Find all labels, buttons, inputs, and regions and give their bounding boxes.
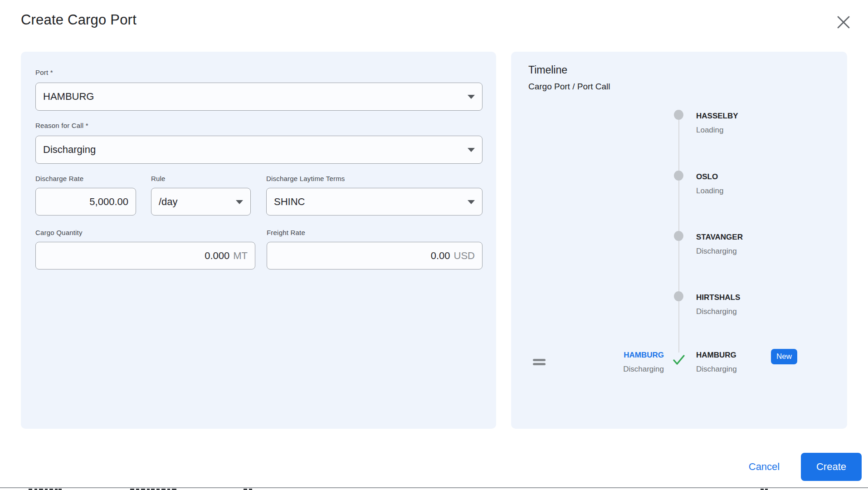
freight-rate-input[interactable]: 0.00 USD	[267, 242, 483, 270]
timeline-item-port: STAVANGER	[696, 230, 832, 244]
drag-handle-icon[interactable]	[533, 358, 546, 366]
timeline-item-status: Loading	[696, 184, 832, 198]
chevron-down-icon	[468, 200, 475, 204]
timeline-item: HIRTSHALS Discharging	[696, 290, 832, 318]
freight-rate-unit: USD	[454, 250, 475, 262]
timeline-dot	[674, 110, 683, 120]
discharge-laytime-terms-label: Discharge Laytime Terms	[266, 175, 345, 182]
close-icon	[837, 15, 850, 29]
cargo-quantity-value: 0.000	[205, 250, 229, 262]
timeline-dot	[674, 171, 683, 181]
timeline-item-port: HAMBURG	[696, 348, 832, 362]
rule-select[interactable]: /day	[151, 188, 251, 216]
reason-for-call-select[interactable]: Discharging	[35, 136, 483, 164]
timeline-item-status: Loading	[696, 123, 832, 137]
drag-preview-port: HAMBURG	[566, 348, 664, 362]
timeline-panel: Timeline Cargo Port / Port Call HASSELBY…	[511, 52, 847, 429]
close-button[interactable]	[834, 13, 853, 32]
timeline-item-new: HAMBURG Discharging	[696, 348, 832, 376]
drag-preview-status: Discharging	[566, 362, 664, 376]
cargo-quantity-label: Cargo Quantity	[35, 229, 83, 236]
port-label: Port *	[35, 69, 53, 76]
timeline-item-status: Discharging	[696, 304, 832, 318]
port-value: HAMBURG	[43, 91, 94, 103]
timeline-item-port: OSLO	[696, 170, 832, 184]
dialog-title: Create Cargo Port	[21, 12, 137, 28]
chevron-down-icon	[468, 95, 475, 99]
port-select[interactable]: HAMBURG	[35, 83, 483, 111]
timeline-drag-preview[interactable]: HAMBURG Discharging	[566, 348, 664, 376]
rule-value: /day	[159, 196, 178, 208]
chevron-down-icon	[236, 200, 243, 204]
reason-for-call-label: Reason for Call *	[35, 122, 88, 129]
discharge-rate-label: Discharge Rate	[35, 175, 83, 182]
new-badge: New	[771, 349, 797, 364]
timeline-dot	[674, 231, 683, 241]
cargo-port-form-panel: Port * HAMBURG Reason for Call * Dischar…	[21, 52, 496, 429]
discharge-rate-input[interactable]: 5,000.00	[35, 188, 136, 216]
discharge-rate-value: 5,000.00	[89, 196, 128, 208]
chevron-down-icon	[468, 148, 475, 152]
timeline-item-port: HIRTSHALS	[696, 290, 832, 304]
timeline-item-status: Discharging	[696, 244, 832, 258]
discharge-laytime-terms-value: SHINC	[274, 196, 305, 208]
discharge-laytime-terms-select[interactable]: SHINC	[266, 188, 483, 216]
cancel-button[interactable]: Cancel	[737, 454, 791, 480]
timeline-title: Timeline	[528, 64, 567, 76]
cargo-quantity-unit: MT	[233, 250, 248, 262]
timeline-item: HASSELBY Loading	[696, 109, 832, 137]
check-icon	[672, 353, 686, 367]
rule-label: Rule	[151, 175, 166, 182]
freight-rate-value: 0.00	[431, 250, 450, 262]
timeline-dot	[674, 291, 683, 301]
create-button[interactable]: Create	[801, 453, 862, 481]
timeline-item: STAVANGER Discharging	[696, 230, 832, 258]
freight-rate-label: Freight Rate	[267, 229, 305, 236]
cargo-quantity-input[interactable]: 0.000 MT	[35, 242, 255, 270]
timeline-item-port: HASSELBY	[696, 109, 832, 123]
timeline-subtitle: Cargo Port / Port Call	[528, 82, 610, 92]
timeline-item: OSLO Loading	[696, 170, 832, 198]
reason-for-call-value: Discharging	[43, 144, 96, 156]
timeline-item-status: Discharging	[696, 362, 832, 376]
background-page-divider	[0, 487, 868, 488]
